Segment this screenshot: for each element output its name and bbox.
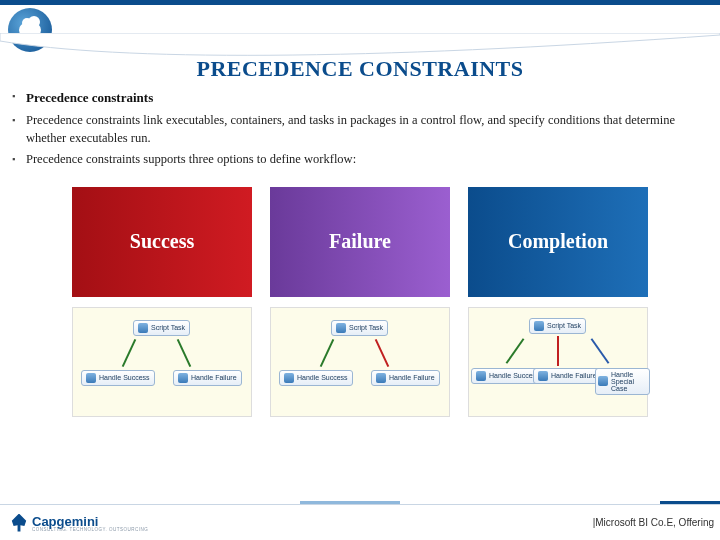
task-label: Handle Success	[489, 372, 540, 379]
arrow-red-1	[375, 338, 389, 366]
bullet-2: Precedence constraints supports three op…	[12, 151, 708, 169]
task-label: Handle Failure	[191, 374, 237, 381]
arrow-green-1	[122, 338, 136, 366]
diagram-success: Script Task Handle Success Handle Failur…	[72, 307, 252, 417]
task-label: Script Task	[547, 322, 581, 329]
task-handle-success: Handle Success	[279, 370, 353, 386]
arrow-green-4	[506, 338, 525, 364]
task-handle-success: Handle Success	[81, 370, 155, 386]
task-label: Handle Failure	[389, 374, 435, 381]
footer-tagline: CONSULTING. TECHNOLOGY. OUTSOURCING	[32, 527, 148, 532]
bullet-1: Precedence constraints link executables,…	[12, 112, 708, 147]
task-icon	[598, 376, 608, 386]
task-handle-failure: Handle Failure	[371, 370, 440, 386]
task-icon	[476, 371, 486, 381]
box-completion: Completion	[468, 187, 648, 297]
task-label: Script Task	[349, 324, 383, 331]
footer: Capgemini CONSULTING. TECHNOLOGY. OUTSOU…	[0, 504, 720, 540]
box-failure: Failure	[270, 187, 450, 297]
top-border	[0, 0, 720, 5]
spade-icon	[10, 514, 28, 532]
task-label: Handle Failure	[551, 372, 597, 379]
task-icon	[534, 321, 544, 331]
task-icon	[376, 373, 386, 383]
arrow-green-2	[177, 338, 191, 366]
arrow-blue-1	[591, 338, 610, 364]
task-handle-failure: Handle Failure	[173, 370, 242, 386]
task-icon	[86, 373, 96, 383]
task-icon	[178, 373, 188, 383]
task-icon	[138, 323, 148, 333]
task-handle-failure: Handle Failure	[533, 368, 602, 384]
diagram-completion: Script Task Handle Success Handle Failur…	[468, 307, 648, 417]
task-icon	[284, 373, 294, 383]
footer-logo: Capgemini CONSULTING. TECHNOLOGY. OUTSOU…	[10, 514, 148, 532]
task-label: Handle Special Case	[611, 371, 647, 392]
footer-right-text: |Microsoft BI Co.E, Offering	[593, 517, 714, 528]
header-curve	[0, 33, 720, 63]
diagram-row: Script Task Handle Success Handle Failur…	[12, 307, 708, 417]
task-label: Handle Success	[99, 374, 150, 381]
arrow-green-3	[320, 338, 334, 366]
option-boxes-row: Success Failure Completion	[12, 187, 708, 297]
diagram-failure: Script Task Handle Success Handle Failur…	[270, 307, 450, 417]
task-label: Handle Success	[297, 374, 348, 381]
task-handle-special: Handle Special Case	[595, 368, 650, 395]
task-script: Script Task	[331, 320, 388, 336]
content-area: Precedence constraints Precedence constr…	[0, 82, 720, 417]
task-label: Script Task	[151, 324, 185, 331]
task-icon	[336, 323, 346, 333]
bullet-heading: Precedence constraints	[12, 90, 708, 106]
task-script: Script Task	[133, 320, 190, 336]
arrow-red-2	[557, 336, 559, 366]
task-icon	[538, 371, 548, 381]
box-success: Success	[72, 187, 252, 297]
task-script: Script Task	[529, 318, 586, 334]
